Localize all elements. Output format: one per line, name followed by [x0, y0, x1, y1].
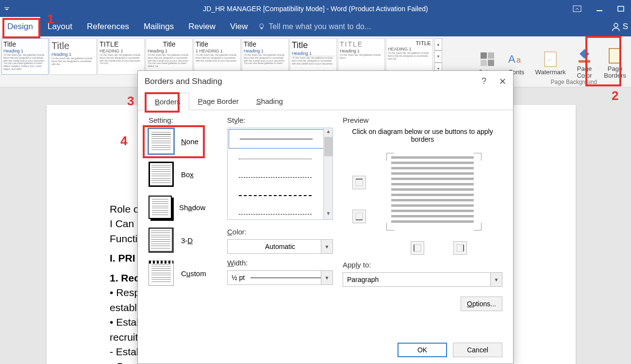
dialog-titlebar: Borders and Shading ? ✕ [138, 71, 513, 92]
callout-num-2: 2 [612, 88, 618, 103]
tab-page-border[interactable]: Page Border [189, 92, 248, 110]
style-card[interactable]: TitleHeading 1On the Insert tab, the gal… [50, 38, 97, 75]
style-card[interactable]: TitleHeading 1On the Insert tab, the gal… [146, 38, 193, 75]
svg-rect-4 [261, 28, 263, 29]
svg-rect-6 [481, 52, 487, 59]
svg-rect-16 [356, 179, 363, 186]
style-label: Style: [227, 116, 333, 124]
style-dotted[interactable] [228, 149, 332, 168]
page-borders-button[interactable]: Page Borders [599, 36, 631, 87]
ok-button[interactable]: OK [398, 343, 447, 357]
dialog-title: Borders and Shading [145, 77, 222, 86]
scroll-up-icon[interactable]: ▲ [324, 129, 332, 137]
style-card[interactable]: Title1 HEADING 1On the Insert tab, the g… [194, 38, 241, 75]
preview-page[interactable] [391, 156, 474, 224]
style-card[interactable]: TitleHeading 1On the Insert tab, the gal… [1, 38, 49, 75]
style-card[interactable]: TITLEHEADING 1On the Insert tab, the gal… [98, 38, 145, 75]
svg-text:A: A [508, 53, 515, 65]
svg-rect-18 [356, 213, 363, 220]
page-borders-icon [608, 46, 622, 66]
titlebar: JD_HR MANAGER [Compatibility Mode] - Wor… [0, 0, 631, 17]
applyto-combo[interactable]: Paragraph▼ [343, 272, 502, 287]
qat-dropdown-icon[interactable] [0, 2, 14, 15]
fonts-icon: Aa [508, 50, 525, 69]
cancel-button[interactable]: Cancel [453, 343, 502, 357]
maximize-icon[interactable] [617, 5, 624, 12]
tab-borders[interactable]: Borders [146, 93, 189, 110]
width-combo[interactable]: ½ pt▼ [227, 270, 333, 285]
color-label: Color: [227, 228, 333, 236]
help-icon[interactable]: ? [482, 76, 486, 87]
style-card[interactable]: TitleHeading 1On the Insert tab, the gal… [290, 38, 337, 75]
setting-box[interactable]: Box [149, 161, 217, 188]
tab-review[interactable]: Review [181, 17, 223, 36]
border-top-button[interactable] [352, 176, 366, 189]
scroll-down-icon[interactable]: ▼ [324, 211, 332, 219]
svg-rect-14 [579, 60, 590, 63]
svg-rect-9 [488, 60, 494, 66]
scroll-up-icon[interactable]: ▲ [434, 38, 442, 50]
callout-num-3: 3 [127, 94, 134, 109]
borders-shading-dialog: Borders and Shading ? ✕ Borders Page Bor… [137, 70, 514, 364]
style-dashed-med[interactable] [228, 186, 332, 205]
preview-diagram[interactable] [343, 149, 502, 246]
tab-shading[interactable]: Shading [248, 92, 292, 110]
svg-rect-0 [573, 6, 581, 12]
svg-rect-15 [609, 49, 621, 63]
ribbon-group-label: Page Background [551, 79, 597, 85]
tab-design[interactable]: Design [0, 17, 40, 36]
svg-point-3 [260, 24, 264, 28]
setting-column: Setting: None Box Shadow 3-D Custom [149, 116, 217, 331]
style-dashdot[interactable] [228, 205, 332, 223]
setting-none[interactable]: None [149, 128, 217, 155]
close-icon[interactable]: ✕ [499, 76, 506, 87]
svg-rect-2 [618, 6, 624, 11]
border-bottom-button[interactable] [352, 210, 366, 223]
ribbon-tabs: Design Layout References Mailings Review… [0, 17, 631, 36]
tab-references[interactable]: References [80, 17, 136, 36]
svg-rect-22 [457, 245, 464, 251]
svg-point-5 [614, 23, 618, 27]
setting-label: Setting: [149, 116, 217, 124]
page-color-icon [577, 46, 592, 66]
color-combo[interactable]: Automatic▼ [227, 239, 333, 254]
tab-layout[interactable]: Layout [40, 17, 80, 36]
setting-custom[interactable]: Custom [149, 260, 217, 287]
style-listbox[interactable]: ▲ ▼ [227, 128, 333, 220]
style-card[interactable]: TITLEHEADING 1On the Insert tab, the gal… [386, 38, 433, 75]
window-title: JD_HR MANAGER [Compatibility Mode] - Wor… [203, 5, 428, 13]
svg-text:a: a [516, 56, 521, 64]
scroll-down-icon[interactable]: ▼ [434, 50, 442, 63]
signin-button[interactable]: S [612, 22, 628, 32]
style-dashed-small[interactable] [228, 168, 332, 186]
setting-3d[interactable]: 3-D [149, 227, 217, 254]
setting-3d-thumb [149, 228, 174, 253]
preview-column: Preview Click on diagram below or use bu… [343, 116, 502, 331]
colors-icon [480, 50, 495, 69]
minimize-icon[interactable] [596, 5, 603, 12]
style-card[interactable]: TITLEHeading 1On the Insert tab, the gal… [338, 38, 385, 75]
svg-rect-8 [481, 60, 487, 66]
setting-box-thumb [149, 162, 174, 187]
setting-custom-thumb [149, 261, 174, 286]
setting-shadow[interactable]: Shadow [149, 194, 217, 221]
ribbon-display-icon[interactable] [573, 5, 581, 12]
border-left-button[interactable] [411, 241, 424, 255]
tab-view[interactable]: View [223, 17, 255, 36]
bulb-icon [258, 23, 266, 31]
callout-num-4: 4 [120, 133, 127, 149]
style-scrollbar[interactable]: ▲ ▼ [323, 128, 332, 219]
setting-shadow-thumb [149, 196, 172, 219]
style-solid[interactable] [229, 130, 331, 148]
svg-rect-1 [597, 10, 602, 11]
tell-me-search[interactable]: Tell me what you want to do... [258, 22, 371, 31]
border-right-button[interactable] [453, 241, 467, 255]
svg-rect-20 [414, 245, 421, 251]
chevron-down-icon: ▼ [321, 240, 332, 253]
preview-hint: Click on diagram below or use buttons to… [343, 128, 502, 143]
options-button[interactable]: Options... [461, 297, 502, 311]
style-card[interactable]: TitleHeading 1On the Insert tab, the gal… [242, 38, 289, 75]
applyto-label: Apply to: [343, 261, 502, 269]
svg-rect-7 [488, 52, 494, 59]
tab-mailings[interactable]: Mailings [136, 17, 181, 36]
